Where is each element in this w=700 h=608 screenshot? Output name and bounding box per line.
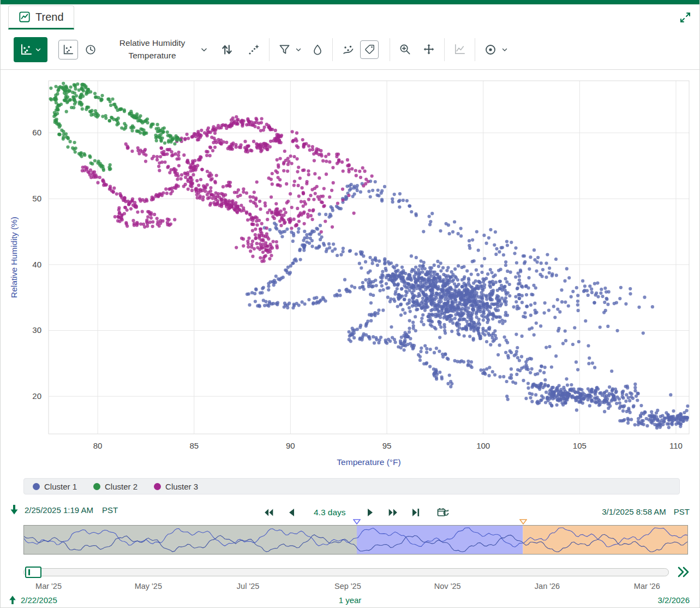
slider-handle-grip (28, 569, 30, 575)
timeline-marker-1[interactable] (353, 519, 361, 524)
expand-icon[interactable] (679, 11, 692, 24)
select-points-icon (342, 43, 355, 56)
sort-icon (220, 43, 234, 57)
skip-back-icon (263, 508, 275, 517)
timeline-region-1[interactable] (24, 526, 357, 554)
step-forward-half-button[interactable] (385, 505, 401, 520)
step-back-button[interactable] (285, 505, 298, 520)
scatter-mode-toggle[interactable] (58, 40, 78, 59)
color-by-condition-button[interactable] (245, 41, 262, 58)
timeline-marker-2[interactable] (519, 519, 527, 524)
toolbar-divider (444, 38, 445, 61)
month-label: Sep '25 (323, 582, 372, 591)
svg-text:20: 20 (32, 391, 41, 401)
droplet-icon (312, 44, 324, 56)
time-mode-toggle[interactable] (82, 41, 99, 58)
time-slider-handle[interactable] (25, 567, 41, 578)
display-range-end: 3/1/2025 8:58 AM (602, 507, 666, 516)
legend-dot-cluster-2 (93, 483, 100, 490)
display-range-duration[interactable]: 4.3 days (314, 508, 346, 517)
display-range-bar: 2/25/2025 1:19 AM PST 4.3 days (1, 502, 699, 521)
chevron-down-icon (200, 46, 208, 53)
x-axis-title: Temperature (°F) (337, 457, 400, 467)
toolbar-divider (475, 38, 475, 61)
tab-trend[interactable]: Trend (8, 5, 74, 29)
auto-update-icon (436, 506, 450, 518)
scatter-mode-icon (62, 44, 74, 56)
legend: Cluster 1 Cluster 2 Cluster 3 (23, 478, 680, 494)
svg-text:90: 90 (286, 441, 295, 450)
svg-text:50: 50 (32, 194, 41, 203)
step-back-icon (287, 508, 296, 517)
auto-update-button[interactable] (434, 504, 452, 521)
target-icon (484, 43, 497, 56)
svg-text:40: 40 (32, 260, 41, 269)
scatter-plot[interactable]: 808590951001051102030405060Temperature (… (1, 76, 700, 472)
trend-chart-icon (19, 11, 31, 23)
expand-range-icon[interactable] (677, 565, 691, 579)
legend-item-cluster-3[interactable]: Cluster 3 (154, 482, 198, 491)
toolbar-divider (390, 38, 390, 61)
month-label: May '25 (124, 582, 173, 591)
month-label: Jan '26 (523, 582, 572, 591)
step-forward-button[interactable] (364, 505, 377, 520)
timeline-month-labels: Mar '25May '25Jul '25Sep '25Nov '25Jan '… (1, 582, 699, 592)
investigate-range-end: 3/2/2026 (658, 595, 690, 605)
trend-view-selector-button[interactable] (14, 37, 47, 62)
signal-dropdown-button[interactable] (198, 44, 210, 56)
y-axis-title: Relative Humidity (%) (9, 217, 19, 298)
timeline-region-3[interactable] (523, 526, 687, 554)
timeline-overview-strip[interactable] (23, 525, 688, 555)
density-plot-button[interactable] (309, 41, 326, 58)
filter-button[interactable] (276, 41, 293, 58)
tag-icon (364, 44, 375, 55)
month-label: Mar '25 (24, 582, 73, 591)
points-cluster-1 (246, 180, 690, 430)
pan-icon (422, 43, 435, 56)
legend-dot-cluster-3 (154, 483, 161, 490)
filter-dropdown-button[interactable] (293, 44, 304, 55)
svg-text:60: 60 (32, 128, 41, 137)
month-label: Mar '26 (623, 582, 672, 591)
range-start-arrow-icon[interactable] (9, 504, 19, 515)
signal-name-x: Temperature (111, 50, 194, 62)
label-points-toggle[interactable] (360, 40, 379, 59)
chart-options-button-disabled (451, 41, 468, 58)
step-forward-icon (366, 508, 375, 517)
swap-axes-button[interactable] (218, 40, 236, 59)
legend-item-cluster-2[interactable]: Cluster 2 (93, 482, 137, 491)
svg-text:105: 105 (573, 441, 587, 450)
capture-dropdown-button[interactable] (499, 44, 510, 55)
month-label: Jul '25 (224, 582, 273, 591)
zoom-in-button[interactable] (397, 41, 414, 58)
points-cluster-2 (49, 82, 182, 172)
signal-selector[interactable]: Relative Humidity Temperature (111, 37, 194, 62)
chart-disabled-icon (453, 43, 466, 56)
sparkle-icon (247, 43, 260, 56)
chevron-down-icon (295, 46, 302, 53)
svg-text:100: 100 (476, 441, 490, 450)
svg-text:95: 95 (382, 441, 392, 450)
display-range-end-tz: PST (674, 507, 690, 516)
clock-icon (85, 44, 97, 56)
step-to-end-button[interactable] (409, 505, 423, 520)
tab-bar: Trend (1, 4, 699, 29)
display-range-start-tz: PST (102, 505, 118, 515)
display-range-start: 2/25/2025 1:19 AM (25, 505, 93, 515)
legend-item-cluster-1[interactable]: Cluster 1 (33, 482, 77, 491)
select-points-button[interactable] (339, 41, 357, 58)
capture-mode-button[interactable] (482, 41, 499, 58)
pan-button[interactable] (420, 41, 438, 58)
signal-name-y: Relative Humidity (111, 37, 194, 49)
filter-icon (278, 43, 291, 56)
investigate-range-span: 1 year (1, 595, 699, 605)
legend-label-cluster-1: Cluster 1 (44, 482, 77, 491)
time-slider-track[interactable] (23, 568, 669, 576)
toolbar-divider (332, 38, 333, 61)
chevron-down-icon (501, 46, 508, 53)
step-back-half-button[interactable] (261, 505, 277, 520)
legend-dot-cluster-1 (33, 483, 40, 490)
svg-text:30: 30 (32, 325, 41, 335)
app-window: Trend (0, 0, 700, 608)
points-cluster-3 (81, 115, 374, 263)
